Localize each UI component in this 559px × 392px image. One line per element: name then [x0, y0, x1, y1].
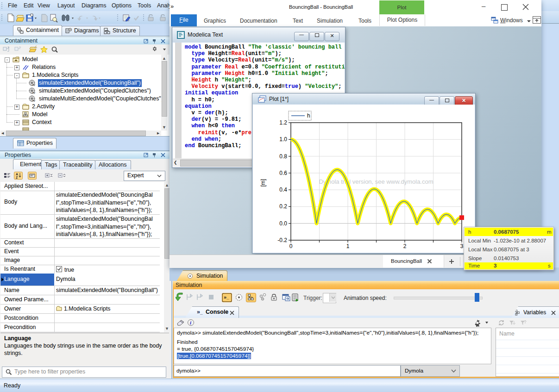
svg-text:h: h [307, 112, 310, 119]
svg-text:3: 3 [460, 243, 464, 249]
svg-text:2: 2 [403, 243, 407, 249]
svg-text:»_: »_ [224, 294, 229, 300]
svg-text:1.0: 1.0 [279, 136, 287, 143]
svg-text:-0.2: -0.2 [277, 237, 287, 243]
svg-text:Dymola trial version, see www.: Dymola trial version, see www.dymola.com [319, 178, 433, 185]
svg-text:Z: Z [16, 176, 18, 179]
svg-text:1: 1 [346, 243, 350, 249]
svg-text:0.0: 0.0 [279, 220, 287, 227]
svg-text:i: i [190, 320, 192, 325]
svg-text:0.8: 0.8 [279, 153, 287, 160]
svg-text:0.2: 0.2 [279, 203, 287, 210]
svg-text:0: 0 [289, 243, 293, 249]
svg-text:0.6: 0.6 [279, 170, 287, 176]
svg-text:0.4: 0.4 [279, 187, 287, 193]
svg-text:1.2: 1.2 [279, 119, 287, 126]
svg-text:[m]: [m] [260, 179, 266, 187]
svg-text:A: A [16, 173, 18, 176]
